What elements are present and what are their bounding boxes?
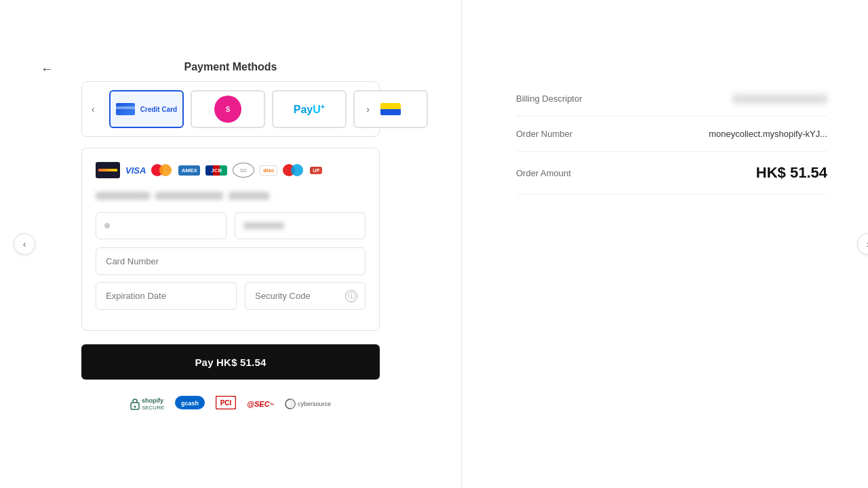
unionpay-logo: UP <box>310 167 322 174</box>
carousel-next-button[interactable]: › <box>363 101 372 117</box>
payment-methods-title: Payment Methods <box>81 61 380 73</box>
pci-badge: PCI <box>216 396 236 412</box>
security-code-wrapper: ⓘ <box>245 282 366 310</box>
card-form-container: VISA AMEX JCB DC disc UP <box>81 148 380 331</box>
svg-text:PCI: PCI <box>220 399 232 407</box>
jcb-logo: JCB <box>205 165 227 176</box>
card-number-input[interactable] <box>96 247 366 275</box>
amex-logo: AMEX <box>178 165 200 176</box>
shopify-secure-badge: shopifySECURE <box>130 397 164 411</box>
expiration-date-input[interactable] <box>96 282 237 310</box>
pay-button[interactable]: Pay HK$ 51.54 <box>81 344 380 380</box>
order-info: Billing Descriptor Order Number moneycol… <box>516 81 827 195</box>
page-nav-left-button[interactable]: ‹ <box>14 233 35 255</box>
method-card-payu[interactable]: PayU+ <box>272 90 347 128</box>
method-card-credit-card[interactable]: Credit Card <box>109 90 184 128</box>
billing-descriptor-value <box>732 94 827 104</box>
order-number-value: moneycollect.myshopify-kYJ... <box>709 129 827 139</box>
card-logos-row: VISA AMEX JCB DC disc UP <box>96 162 366 178</box>
diners-logo: DC <box>233 163 254 178</box>
dark-card-icon <box>96 162 120 178</box>
order-amount-row: Order Amount HK$ 51.54 <box>516 152 827 195</box>
page-nav-right-button[interactable]: › <box>857 233 868 255</box>
order-number-label: Order Number <box>516 129 572 139</box>
left-half-field <box>96 212 226 239</box>
payment-method-list: Credit Card S PayU+ <box>109 90 428 128</box>
satispay-logo: S <box>214 96 241 123</box>
discover-logo: disc <box>260 165 277 176</box>
gcash-badge: gcash <box>175 396 205 412</box>
payu-logo: PayU+ <box>294 102 325 116</box>
svg-text:gcash: gcash <box>181 400 199 407</box>
right-half-field <box>235 212 366 239</box>
svg-text:S: S <box>226 106 231 113</box>
card-stripe <box>98 169 117 171</box>
security-badges: shopifySECURE gcash PCI @SEC~ <box>81 396 380 412</box>
billing-descriptor-label: Billing Descriptor <box>516 94 583 104</box>
mastercard-logo <box>151 163 173 177</box>
half-fields-row <box>96 212 366 239</box>
card-details-row: ⓘ <box>96 282 366 310</box>
payment-methods-carousel: ‹ Credit Card S <box>81 81 380 137</box>
blurred-name-row <box>96 189 366 203</box>
maestro-logo <box>283 163 304 177</box>
left-panel: ← Payment Methods ‹ Credit Card <box>0 0 461 488</box>
security-code-info-icon[interactable]: ⓘ <box>345 290 357 302</box>
carousel-prev-button[interactable]: ‹ <box>89 101 98 117</box>
cybersource-badge: cybersource <box>285 399 331 409</box>
credit-card-stripe <box>116 103 135 115</box>
bancontact-logo <box>380 103 401 115</box>
billing-descriptor-row: Billing Descriptor <box>516 81 827 117</box>
order-amount-label: Order Amount <box>516 168 571 178</box>
sec-badge: @SEC~ <box>247 400 274 408</box>
credit-card-label: Credit Card <box>140 106 177 113</box>
svg-point-3 <box>134 406 136 408</box>
method-card-satispay[interactable]: S <box>191 90 265 128</box>
credit-card-icon: Credit Card <box>116 103 177 115</box>
order-number-row: Order Number moneycollect.myshopify-kYJ.… <box>516 117 827 152</box>
order-amount-value: HK$ 51.54 <box>756 164 827 182</box>
back-button[interactable]: ← <box>41 62 53 77</box>
right-panel: Billing Descriptor Order Number moneycol… <box>462 0 868 488</box>
visa-logo: VISA <box>125 165 146 176</box>
